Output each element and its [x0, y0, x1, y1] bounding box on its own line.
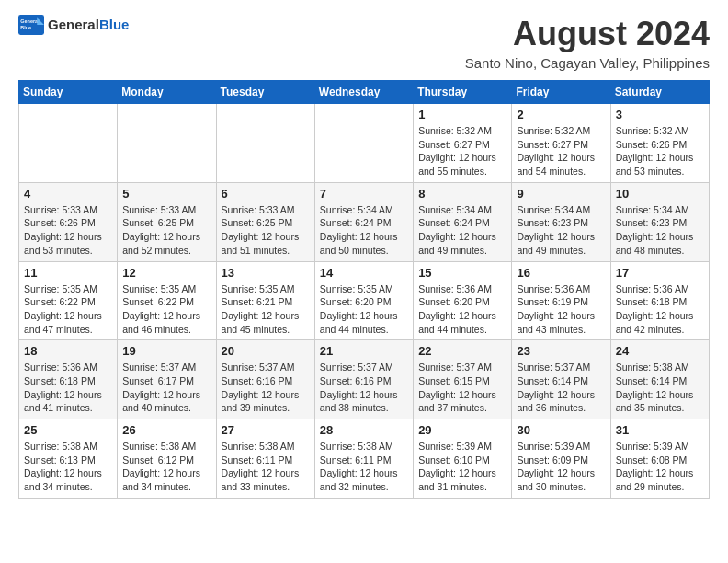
calendar-cell: 27Sunrise: 5:38 AMSunset: 6:11 PMDayligh… — [216, 419, 314, 499]
calendar-cell: 16Sunrise: 5:36 AMSunset: 6:19 PMDayligh… — [512, 261, 610, 340]
day-number: 26 — [122, 423, 210, 437]
cell-info-line: and 34 minutes. — [122, 480, 210, 494]
cell-info-line: Daylight: 12 hours — [418, 466, 506, 480]
cell-info-line: and 41 minutes. — [24, 401, 112, 415]
cell-info-line: Daylight: 12 hours — [418, 388, 506, 402]
cell-info-line: Daylight: 12 hours — [222, 388, 310, 402]
cell-info-line: Sunset: 6:26 PM — [616, 138, 704, 152]
cell-info-line: Daylight: 12 hours — [616, 230, 704, 244]
cell-info-line: Daylight: 12 hours — [24, 388, 112, 402]
cell-info-line: Daylight: 12 hours — [616, 309, 704, 323]
calendar-cell: 14Sunrise: 5:35 AMSunset: 6:20 PMDayligh… — [314, 261, 413, 340]
cell-info-line: Sunrise: 5:32 AM — [616, 124, 704, 138]
calendar-cell: 30Sunrise: 5:39 AMSunset: 6:09 PMDayligh… — [512, 419, 610, 499]
calendar-cell: 17Sunrise: 5:36 AMSunset: 6:18 PMDayligh… — [610, 261, 709, 340]
cell-info-line: Daylight: 12 hours — [517, 388, 605, 402]
cell-info-line: Sunrise: 5:37 AM — [517, 361, 605, 374]
calendar-cell: 2Sunrise: 5:32 AMSunset: 6:27 PMDaylight… — [512, 104, 610, 183]
weekday-header-saturday: Saturday — [610, 81, 709, 104]
cell-info-line: and 39 minutes. — [222, 401, 310, 415]
cell-info-line: Sunrise: 5:34 AM — [517, 203, 605, 217]
calendar-cell: 9Sunrise: 5:34 AMSunset: 6:23 PMDaylight… — [512, 182, 610, 261]
cell-info-line: Sunrise: 5:35 AM — [24, 282, 112, 296]
logo-text-blue: Blue — [99, 17, 130, 32]
cell-info-line: Daylight: 12 hours — [418, 309, 506, 323]
day-number: 11 — [24, 266, 112, 280]
day-number: 30 — [517, 423, 605, 437]
calendar-cell: 31Sunrise: 5:39 AMSunset: 6:08 PMDayligh… — [610, 419, 709, 499]
calendar-cell: 7Sunrise: 5:34 AMSunset: 6:24 PMDaylight… — [314, 182, 413, 261]
cell-info-line: Sunrise: 5:39 AM — [517, 440, 605, 454]
cell-info-line: Sunrise: 5:38 AM — [320, 440, 408, 454]
cell-info-line: and 48 minutes. — [616, 244, 704, 258]
cell-info-line: and 40 minutes. — [122, 401, 210, 415]
cell-info-line: and 36 minutes. — [517, 401, 605, 415]
title-block: August 2024 Santo Nino, Cagayan Valley, … — [465, 15, 710, 71]
weekday-header-sunday: Sunday — [19, 81, 118, 104]
day-number: 9 — [517, 187, 605, 201]
cell-info-line: Sunrise: 5:35 AM — [320, 282, 408, 296]
day-number: 21 — [320, 344, 408, 358]
cell-info-line: Sunset: 6:19 PM — [517, 295, 605, 309]
cell-info-line: Daylight: 12 hours — [222, 309, 310, 323]
cell-info-line: and 42 minutes. — [616, 323, 704, 337]
day-number: 13 — [222, 266, 310, 280]
day-number: 23 — [517, 344, 605, 358]
cell-info-line: Sunrise: 5:36 AM — [517, 282, 605, 296]
day-number: 14 — [320, 266, 408, 280]
cell-info-line: and 44 minutes. — [418, 323, 506, 337]
month-year-title: August 2024 — [465, 15, 710, 53]
day-number: 6 — [222, 187, 310, 201]
calendar-cell: 13Sunrise: 5:35 AMSunset: 6:21 PMDayligh… — [216, 261, 314, 340]
cell-info-line: and 46 minutes. — [122, 323, 210, 337]
calendar-cell: 22Sunrise: 5:37 AMSunset: 6:15 PMDayligh… — [414, 340, 512, 419]
calendar-week-row: 11Sunrise: 5:35 AMSunset: 6:22 PMDayligh… — [19, 261, 710, 340]
cell-info-line: Sunrise: 5:37 AM — [418, 361, 506, 374]
cell-info-line: Sunset: 6:23 PM — [616, 216, 704, 230]
cell-info-line: and 31 minutes. — [418, 480, 506, 494]
cell-info-line: and 45 minutes. — [222, 323, 310, 337]
day-number: 4 — [24, 187, 112, 201]
calendar-cell: 10Sunrise: 5:34 AMSunset: 6:23 PMDayligh… — [610, 182, 709, 261]
cell-info-line: Sunrise: 5:38 AM — [24, 440, 112, 454]
cell-info-line: Sunrise: 5:36 AM — [616, 282, 704, 296]
calendar-table: SundayMondayTuesdayWednesdayThursdayFrid… — [18, 80, 710, 499]
calendar-cell: 18Sunrise: 5:36 AMSunset: 6:18 PMDayligh… — [19, 340, 118, 419]
cell-info-line: Sunrise: 5:37 AM — [122, 361, 210, 374]
calendar-header-row: SundayMondayTuesdayWednesdayThursdayFrid… — [19, 81, 710, 104]
cell-info-line: Daylight: 12 hours — [616, 466, 704, 480]
cell-info-line: Daylight: 12 hours — [222, 230, 310, 244]
cell-info-line: Sunrise: 5:37 AM — [222, 361, 310, 374]
day-number: 17 — [616, 266, 704, 280]
cell-info-line: Daylight: 12 hours — [517, 466, 605, 480]
cell-info-line: Sunrise: 5:32 AM — [517, 124, 605, 138]
cell-info-line: and 52 minutes. — [122, 244, 210, 258]
calendar-cell: 8Sunrise: 5:34 AMSunset: 6:24 PMDaylight… — [414, 182, 512, 261]
cell-info-line: Sunset: 6:16 PM — [320, 374, 408, 388]
cell-info-line: Sunset: 6:25 PM — [122, 216, 210, 230]
cell-info-line: and 43 minutes. — [517, 323, 605, 337]
cell-info-line: Daylight: 12 hours — [418, 151, 506, 165]
cell-info-line: Sunset: 6:22 PM — [24, 295, 112, 309]
calendar-cell: 1Sunrise: 5:32 AMSunset: 6:27 PMDaylight… — [414, 104, 512, 183]
day-number: 7 — [320, 187, 408, 201]
cell-info-line: Sunrise: 5:32 AM — [418, 124, 506, 138]
calendar-cell: 29Sunrise: 5:39 AMSunset: 6:10 PMDayligh… — [414, 419, 512, 499]
cell-info-line: Sunset: 6:15 PM — [418, 374, 506, 388]
cell-info-line: Sunset: 6:26 PM — [24, 216, 112, 230]
cell-info-line: and 33 minutes. — [222, 480, 310, 494]
day-number: 8 — [418, 187, 506, 201]
cell-info-line: Daylight: 12 hours — [320, 309, 408, 323]
day-number: 19 — [122, 344, 210, 358]
cell-info-line: Sunset: 6:23 PM — [517, 216, 605, 230]
cell-info-line: Sunset: 6:12 PM — [122, 454, 210, 467]
cell-info-line: Daylight: 12 hours — [517, 230, 605, 244]
cell-info-line: Daylight: 12 hours — [24, 230, 112, 244]
cell-info-line: Sunset: 6:20 PM — [320, 295, 408, 309]
calendar-cell: 6Sunrise: 5:33 AMSunset: 6:25 PMDaylight… — [216, 182, 314, 261]
cell-info-line: Sunset: 6:13 PM — [24, 454, 112, 467]
cell-info-line: Sunset: 6:25 PM — [222, 216, 310, 230]
cell-info-line: Sunrise: 5:33 AM — [222, 203, 310, 217]
calendar-cell: 21Sunrise: 5:37 AMSunset: 6:16 PMDayligh… — [314, 340, 413, 419]
cell-info-line: Sunset: 6:14 PM — [517, 374, 605, 388]
